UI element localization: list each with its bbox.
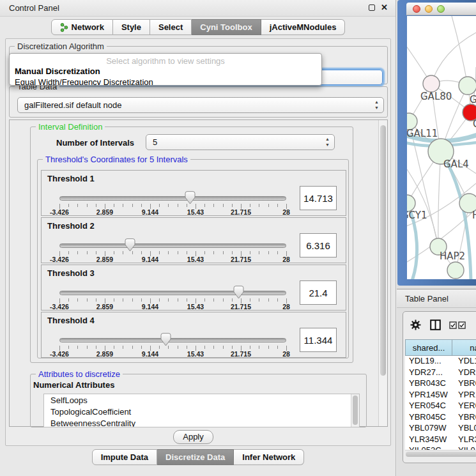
- table-row[interactable]: YIL052CYIL0: [405, 445, 476, 450]
- scrollbar-thumb[interactable]: [406, 452, 476, 457]
- mac-minimize-icon[interactable]: [425, 5, 433, 13]
- tab-discretize-data[interactable]: Discretize Data: [157, 449, 234, 465]
- table-row[interactable]: YBR045CYBR0: [405, 412, 476, 424]
- apply-button[interactable]: Apply: [173, 430, 213, 444]
- close-icon[interactable]: ✕: [381, 3, 388, 12]
- slider-tick: [250, 298, 250, 302]
- threshold-label: Threshold 1: [47, 174, 95, 183]
- mac-zoom-icon[interactable]: [437, 5, 445, 13]
- slider-tick-label: 28: [282, 256, 290, 263]
- table-cell: YIL0: [452, 445, 475, 450]
- settings-gear-icon[interactable]: [410, 319, 421, 330]
- slider-tick: [141, 346, 142, 349]
- table-column-header[interactable]: shared...: [405, 339, 452, 356]
- slider-track[interactable]: [59, 196, 286, 201]
- slider-tick-label: 15.43: [187, 303, 204, 311]
- split-columns-icon[interactable]: [430, 319, 441, 330]
- network-node[interactable]: [447, 262, 464, 279]
- attributes-list-scrollbar[interactable]: [351, 394, 359, 427]
- checkbox-checked-icon[interactable]: [458, 321, 466, 329]
- tab-impute-data[interactable]: Impute Data: [92, 449, 157, 465]
- table-cell: YLR345W: [405, 434, 452, 446]
- table-row[interactable]: YDR27...YDR2: [405, 367, 476, 379]
- slider-tick: [213, 346, 214, 349]
- network-node[interactable]: [459, 77, 476, 95]
- slider-tick: [268, 346, 269, 349]
- panel-title: Control Panel: [9, 3, 59, 13]
- slider-tick: [213, 298, 214, 302]
- num-intervals-combobox[interactable]: 5 ▲▼: [146, 134, 335, 150]
- table-row[interactable]: YPR145WYPR1: [405, 390, 476, 401]
- tab-select[interactable]: Select: [150, 19, 192, 35]
- scrollbar-thumb[interactable]: [353, 395, 358, 425]
- slider-tick: [114, 346, 114, 349]
- slider-tick: [68, 204, 69, 207]
- tab-label: Style: [121, 20, 141, 35]
- table-cell: YDL1: [452, 356, 476, 367]
- slider-thumb[interactable]: [185, 191, 196, 204]
- slider-tick: [77, 346, 78, 349]
- scrollbar-thumb[interactable]: [380, 125, 386, 376]
- mac-close-icon[interactable]: [413, 5, 420, 13]
- attribute-list-item[interactable]: TopologicalCoefficient: [44, 406, 359, 417]
- settings-vertical-scrollbar[interactable]: [378, 120, 387, 426]
- tab-network[interactable]: Network: [51, 19, 113, 35]
- tab-cyni-toolbox[interactable]: Cyni Toolbox: [192, 19, 261, 35]
- slider-tick-label: 2.859: [96, 208, 113, 216]
- attribute-list-item[interactable]: SelfLoops: [44, 394, 359, 406]
- attribute-list-item[interactable]: BetweennessCentrality: [44, 417, 359, 427]
- table-row[interactable]: YER054CYER0: [405, 401, 476, 412]
- threshold-value-box[interactable]: 6.316: [300, 233, 337, 257]
- table-cell: YBR043C: [405, 378, 452, 390]
- network-graph: GAL80GACGAL11GAL4GCY1HHAP2: [407, 16, 476, 279]
- network-node-label: C: [473, 118, 476, 130]
- slider-thumb[interactable]: [160, 333, 171, 346]
- threshold-label: Threshold 4: [47, 316, 95, 325]
- slider-tick-label: 21.715: [231, 256, 251, 263]
- dropdown-item[interactable]: Equal Width/Frequency Discretization: [10, 77, 321, 86]
- tab-style[interactable]: Style: [113, 19, 150, 35]
- float-window-icon[interactable]: [369, 4, 375, 11]
- numerical-attributes-list[interactable]: SelfLoopsTopologicalCoefficientBetweenne…: [43, 394, 360, 427]
- threshold-value-box[interactable]: 21.4: [300, 280, 337, 305]
- slider-tick: [250, 204, 250, 207]
- checkbox-checked-icon[interactable]: [449, 321, 457, 329]
- slider-tick: [68, 346, 69, 349]
- slider-tick: [187, 251, 187, 254]
- slider-tick-label: 28: [282, 208, 290, 216]
- dropdown-item[interactable]: Manual Discretization: [10, 66, 321, 77]
- slider-tick: [123, 298, 123, 302]
- network-node[interactable]: [423, 75, 440, 92]
- table-horizontal-scrollbar[interactable]: [405, 450, 476, 457]
- slider-tick: [141, 298, 142, 302]
- table-column-header[interactable]: na: [452, 339, 476, 356]
- table-row[interactable]: YDL19...YDL1: [405, 356, 476, 367]
- slider-tick: [123, 251, 123, 254]
- slider-tick: [159, 298, 160, 302]
- slider-tick: [259, 204, 259, 207]
- network-view-window[interactable]: GAL80GACGAL11GAL4GCY1HHAP2: [397, 0, 476, 286]
- slider-track[interactable]: [59, 291, 286, 295]
- table-row[interactable]: YBL079WYBL0: [405, 423, 476, 434]
- interval-definition-group: Interval Definition Number of Intervals …: [30, 127, 353, 363]
- slider-thumb[interactable]: [233, 286, 244, 299]
- table-cell: YLR3: [452, 434, 476, 446]
- tab-infer-network[interactable]: Infer Network: [234, 449, 304, 465]
- threshold-value-box[interactable]: 14.713: [300, 186, 337, 210]
- table-data-combobox[interactable]: galFiltered.sif default node ▲▼: [17, 97, 384, 113]
- slider-thumb[interactable]: [125, 238, 135, 252]
- tab-jactivemnodules[interactable]: jActiveMNodules: [261, 19, 346, 35]
- slider-track[interactable]: [59, 338, 286, 342]
- table-row[interactable]: YBR043CYBR0: [405, 378, 476, 390]
- dropdown-item[interactable]: Select algorithm to view settings: [10, 56, 321, 66]
- slider-track[interactable]: [59, 243, 286, 248]
- slider-tick: [123, 204, 123, 207]
- slider-tick: [178, 204, 178, 207]
- network-canvas[interactable]: GAL80GACGAL11GAL4GCY1HHAP2: [407, 16, 476, 279]
- slider-tick: [132, 346, 133, 349]
- table-cell: YER054C: [405, 401, 452, 412]
- threshold-value-box[interactable]: 11.344: [300, 328, 337, 352]
- slider-tick: [114, 298, 114, 302]
- slider-tick: [168, 251, 169, 254]
- table-row[interactable]: YLR345WYLR3: [405, 434, 476, 446]
